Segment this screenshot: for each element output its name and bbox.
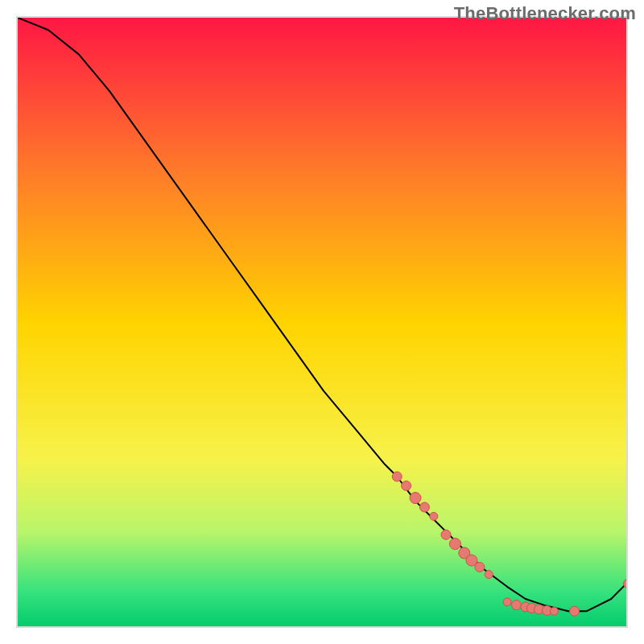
data-point — [475, 563, 485, 572]
data-point — [511, 601, 521, 610]
data-points-layer — [18, 18, 628, 628]
data-point — [392, 472, 402, 481]
data-point — [485, 571, 493, 579]
data-point — [449, 539, 460, 550]
attribution-watermark: TheBottlenecker.com — [454, 3, 636, 24]
data-point — [430, 512, 438, 520]
data-point — [624, 579, 629, 588]
data-point — [410, 493, 421, 504]
data-point — [551, 607, 559, 615]
data-point — [419, 502, 429, 512]
chart-stage: TheBottlenecker.com — [0, 0, 644, 644]
data-point — [570, 606, 580, 616]
plot-area — [16, 16, 628, 628]
data-point — [503, 598, 511, 606]
data-point — [441, 530, 451, 539]
data-point — [402, 481, 411, 490]
